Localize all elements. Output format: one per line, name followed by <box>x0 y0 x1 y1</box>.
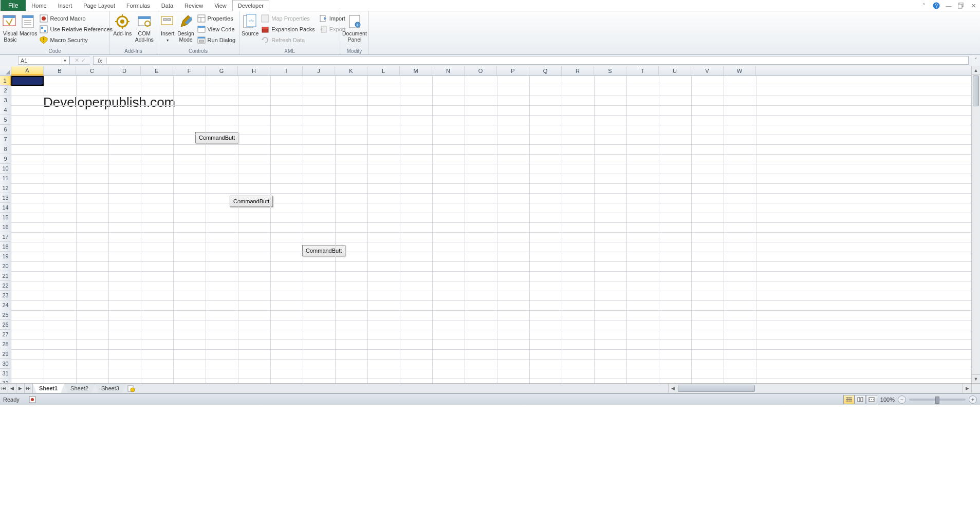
hscroll-thumb[interactable] <box>678 385 755 392</box>
record-macro-button[interactable]: Record Macro <box>38 13 114 24</box>
scroll-left-icon[interactable]: ◀ <box>669 384 677 393</box>
row-header-30[interactable]: 30 <box>0 359 11 369</box>
column-header-Q[interactable]: Q <box>529 66 562 75</box>
row-header-10[interactable]: 10 <box>0 164 11 174</box>
column-header-G[interactable]: G <box>206 66 238 75</box>
macro-record-status-icon[interactable] <box>29 396 36 403</box>
addins-button[interactable]: Add-Ins <box>112 12 133 36</box>
column-header-V[interactable]: V <box>691 66 724 75</box>
page-layout-view-button[interactable] <box>855 395 866 404</box>
vertical-scrollbar[interactable]: ▲ ▼ <box>971 66 980 383</box>
expansion-packs-button[interactable]: Expansion Packs <box>260 24 316 34</box>
fx-button[interactable]: fx <box>94 58 107 64</box>
column-header-P[interactable]: P <box>497 66 529 75</box>
row-header-3[interactable]: 3 <box>0 96 11 105</box>
com-addins-button[interactable]: COM Add-Ins <box>134 12 155 43</box>
column-header-H[interactable]: H <box>238 66 270 75</box>
run-dialog-button[interactable]: Run Dialog <box>196 35 237 45</box>
column-header-O[interactable]: O <box>465 66 497 75</box>
sheet-tab-1[interactable]: Sheet1 <box>33 384 64 393</box>
split-handle[interactable] <box>971 384 980 393</box>
row-header-22[interactable]: 22 <box>0 281 11 291</box>
command-button-3[interactable]: CommandButt <box>302 245 345 256</box>
select-all-button[interactable] <box>0 66 11 76</box>
sheet-nav-prev-icon[interactable]: ◀ <box>8 384 16 393</box>
tab-formulas[interactable]: Formulas <box>121 0 156 11</box>
command-button-1[interactable]: CommandButt <box>195 132 238 143</box>
column-header-W[interactable]: W <box>724 66 756 75</box>
column-header-A[interactable]: A <box>11 66 44 75</box>
scroll-up-icon[interactable]: ▲ <box>972 66 980 75</box>
close-icon[interactable]: ✕ <box>970 2 977 9</box>
command-button-2[interactable]: CommandButt <box>230 196 273 207</box>
zoom-slider[interactable] <box>909 399 966 401</box>
refresh-data-button[interactable]: Refresh Data <box>260 35 316 45</box>
row-header-8[interactable]: 8 <box>0 144 11 154</box>
row-header-20[interactable]: 20 <box>0 261 11 271</box>
min-ribbon-icon[interactable]: ˄ <box>920 2 928 9</box>
sheet-nav-first-icon[interactable]: ⏮ <box>0 384 8 393</box>
expand-formula-bar-icon[interactable]: ˅ <box>971 55 980 66</box>
column-header-S[interactable]: S <box>594 66 626 75</box>
column-header-T[interactable]: T <box>626 66 659 75</box>
row-header-9[interactable]: 9 <box>0 154 11 164</box>
row-header-25[interactable]: 25 <box>0 310 11 320</box>
sheet-tab-3[interactable]: Sheet3 <box>95 384 126 393</box>
document-panel-button[interactable]: i Document Panel <box>342 12 367 43</box>
tab-home[interactable]: Home <box>26 0 52 11</box>
active-cell[interactable] <box>11 76 44 86</box>
row-header-13[interactable]: 13 <box>0 193 11 203</box>
row-header-11[interactable]: 11 <box>0 174 11 183</box>
minimize-icon[interactable]: — <box>945 2 952 9</box>
column-header-J[interactable]: J <box>303 66 335 75</box>
tab-file[interactable]: File <box>1 0 26 11</box>
row-header-24[interactable]: 24 <box>0 300 11 310</box>
column-header-R[interactable]: R <box>562 66 594 75</box>
tab-data[interactable]: Data <box>156 0 179 11</box>
zoom-percent[interactable]: 100% <box>880 396 895 403</box>
scroll-down-icon[interactable]: ▼ <box>972 374 980 383</box>
use-relative-refs-button[interactable]: Use Relative References <box>38 24 114 34</box>
name-box[interactable]: A1 ▼ <box>18 56 69 65</box>
column-header-M[interactable]: M <box>400 66 432 75</box>
column-header-I[interactable]: I <box>270 66 303 75</box>
xml-source-button[interactable]: </> Source <box>242 12 258 36</box>
row-header-16[interactable]: 16 <box>0 222 11 232</box>
column-header-B[interactable]: B <box>44 66 76 75</box>
formula-input[interactable] <box>107 58 968 64</box>
row-header-21[interactable]: 21 <box>0 271 11 281</box>
row-header-12[interactable]: 12 <box>0 183 11 193</box>
row-header-7[interactable]: 7 <box>0 135 11 144</box>
zoom-out-button[interactable]: − <box>898 395 906 404</box>
row-header-23[interactable]: 23 <box>0 291 11 300</box>
sheet-nav-last-icon[interactable]: ⏭ <box>25 384 33 393</box>
sheet-nav-next-icon[interactable]: ▶ <box>16 384 25 393</box>
normal-view-button[interactable] <box>843 395 855 404</box>
restore-icon[interactable] <box>957 2 965 9</box>
row-header-18[interactable]: 18 <box>0 242 11 252</box>
column-header-F[interactable]: F <box>173 66 206 75</box>
cells-area[interactable]: Developerpublish.com CommandButt Command… <box>11 76 971 383</box>
sheet-tab-2[interactable]: Sheet2 <box>64 384 95 393</box>
row-header-28[interactable]: 28 <box>0 339 11 349</box>
insert-control-button[interactable]: Insert▼ <box>159 12 176 44</box>
page-break-view-button[interactable] <box>866 395 877 404</box>
new-sheet-button[interactable] <box>126 384 136 393</box>
zoom-in-button[interactable]: + <box>969 395 977 404</box>
row-header-6[interactable]: 6 <box>0 125 11 135</box>
tab-developer[interactable]: Developer <box>232 0 269 11</box>
column-header-D[interactable]: D <box>108 66 141 75</box>
row-header-5[interactable]: 5 <box>0 115 11 125</box>
macro-security-button[interactable]: !Macro Security <box>38 35 114 45</box>
view-code-button[interactable]: View Code <box>196 24 237 34</box>
macros-button[interactable]: Macros <box>20 12 37 36</box>
row-header-17[interactable]: 17 <box>0 232 11 242</box>
namebox-dropdown-icon[interactable]: ▼ <box>62 58 68 64</box>
column-header-E[interactable]: E <box>141 66 173 75</box>
column-header-U[interactable]: U <box>659 66 691 75</box>
properties-button[interactable]: Properties <box>196 13 237 24</box>
map-properties-button[interactable]: Map Properties <box>260 13 316 24</box>
row-header-19[interactable]: 19 <box>0 252 11 261</box>
tab-page-layout[interactable]: Page Layout <box>78 0 121 11</box>
tab-insert[interactable]: Insert <box>52 0 78 11</box>
